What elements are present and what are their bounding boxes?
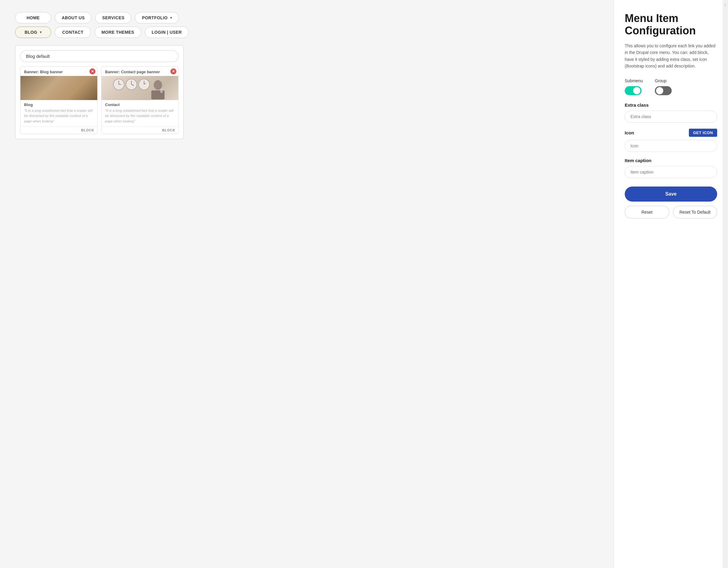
contact-banner-image <box>101 76 178 100</box>
scroll-up-arrow[interactable]: ↑ <box>724 2 726 7</box>
icon-section: Icon GET ICON <box>625 129 717 152</box>
submenu-label: Submenu <box>625 78 643 83</box>
submenu-toggle-group: Submenu <box>625 78 643 95</box>
svg-point-9 <box>154 80 162 90</box>
nav-item-blog[interactable]: BLOG ▾ <box>15 27 51 38</box>
submenu-cards: ✕ Banner: Blog banner Blog "It is a long… <box>20 66 179 134</box>
bottom-buttons: Reset Reset To Default <box>625 206 717 218</box>
blog-banner-close-button[interactable]: ✕ <box>89 68 95 74</box>
submenu-toggle-knob <box>633 87 640 94</box>
blog-card-text: "It is a long established fact that a re… <box>20 108 97 126</box>
nav-item-more-themes[interactable]: MORE THEMES <box>95 27 141 38</box>
nav-item-portfolio[interactable]: PORTFOLIO ▾ <box>135 12 179 23</box>
extra-class-input[interactable] <box>625 111 717 123</box>
group-toggle-group: Group <box>655 78 672 95</box>
get-icon-button[interactable]: GET ICON <box>689 129 717 137</box>
nav-label-blog: BLOG <box>25 30 37 35</box>
nav-label-about-us: ABOUT US <box>62 15 85 20</box>
contact-card-footer: BLOCK <box>101 126 178 134</box>
portfolio-chevron-icon: ▾ <box>170 16 172 20</box>
reset-default-button[interactable]: Reset To Default <box>673 206 717 218</box>
extra-class-label: Extra class <box>625 102 717 108</box>
extra-class-section: Extra class <box>625 102 717 123</box>
submenu-panel: ✕ Banner: Blog banner Blog "It is a long… <box>15 45 184 139</box>
item-caption-label: Item caption <box>625 158 717 163</box>
blog-banner-image <box>20 76 97 100</box>
icon-header-row: Icon GET ICON <box>625 129 717 137</box>
item-caption-input[interactable] <box>625 166 717 178</box>
nav-label-portfolio: PORTFOLIO <box>142 15 167 20</box>
nav-row-2: BLOG ▾ CONTACT MORE THEMES LOGIN | USER <box>15 27 599 38</box>
blog-card-footer: BLOCK <box>20 126 97 134</box>
nav-item-contact[interactable]: CONTACT <box>55 27 91 38</box>
blog-block-button[interactable]: BLOCK <box>81 128 94 132</box>
left-panel: HOME ABOUT US SERVICES PORTFOLIO ▾ BLOG … <box>0 0 614 568</box>
nav-label-contact: CONTACT <box>62 30 83 35</box>
laptop-image <box>20 76 97 100</box>
nav-label-login-user: LOGIN | USER <box>152 30 182 35</box>
nav-item-login-user[interactable]: LOGIN | USER <box>145 27 189 38</box>
contact-scene-svg <box>101 76 178 100</box>
contact-banner-close-button[interactable]: ✕ <box>170 68 176 74</box>
blog-banner-card: ✕ Banner: Blog banner Blog "It is a long… <box>20 66 98 134</box>
contact-card-label: Contact <box>101 100 178 108</box>
config-title: Menu Item Configuration <box>625 12 717 37</box>
icon-input[interactable] <box>625 140 717 152</box>
right-panel: Menu Item Configuration This allows you … <box>614 0 728 568</box>
config-description: This allows you to configure each link y… <box>625 42 717 70</box>
save-button[interactable]: Save <box>625 186 717 201</box>
group-toggle-knob <box>656 87 663 94</box>
contact-block-button[interactable]: BLOCK <box>162 128 175 132</box>
scrollbar: ↑ <box>723 0 728 568</box>
blog-card-label: Blog <box>20 100 97 108</box>
svg-rect-11 <box>160 89 163 93</box>
nav-item-about-us[interactable]: ABOUT US <box>55 12 92 23</box>
blog-chevron-icon: ▾ <box>40 30 42 34</box>
contact-placeholder-image <box>101 76 178 100</box>
blog-banner-title: Banner: Blog banner <box>20 67 97 76</box>
icon-section-label: Icon <box>625 130 634 135</box>
submenu-search-input[interactable] <box>20 50 179 62</box>
group-toggle[interactable] <box>655 86 672 95</box>
item-caption-section: Item caption <box>625 158 717 178</box>
contact-banner-title: Banner: Contact page banner <box>101 67 178 76</box>
nav-label-more-themes: MORE THEMES <box>101 30 134 35</box>
nav-row-1: HOME ABOUT US SERVICES PORTFOLIO ▾ <box>15 12 599 23</box>
group-label: Group <box>655 78 672 83</box>
nav-item-services[interactable]: SERVICES <box>95 12 131 23</box>
reset-button[interactable]: Reset <box>625 206 669 218</box>
toggle-row: Submenu Group <box>625 78 717 95</box>
contact-card-text: "It is a long established fact that a re… <box>101 108 178 126</box>
nav-label-home: HOME <box>26 15 40 20</box>
submenu-toggle[interactable] <box>625 86 642 95</box>
nav-label-services: SERVICES <box>102 15 125 20</box>
nav-item-home[interactable]: HOME <box>15 12 51 23</box>
contact-banner-card: ✕ Banner: Contact page banner <box>101 66 179 134</box>
nav-menu: HOME ABOUT US SERVICES PORTFOLIO ▾ BLOG … <box>15 12 599 38</box>
